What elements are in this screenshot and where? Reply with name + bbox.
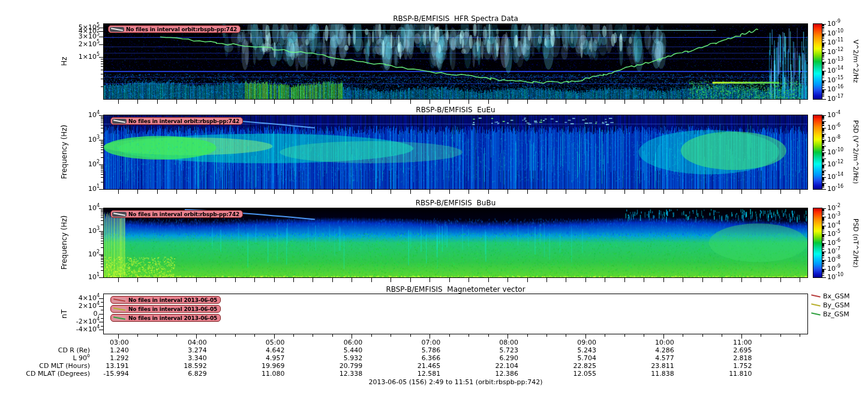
panel2-nofiles-badge: No files in interval orbit:rbspb-pp:742 <box>110 117 243 125</box>
colorbar-tick-label: 10-5 <box>827 230 840 238</box>
panel2-colorbar-gradient <box>813 115 822 189</box>
panel3-title: RBSP-B/EMFISIS BuBu <box>103 199 808 207</box>
colorbar-tick-label: 10-14 <box>827 67 843 74</box>
panel1-title: RBSP-B/EMFISIS HFR Spectra Data <box>103 14 808 23</box>
y-tick-label: 101 <box>0 273 100 281</box>
ephemeris-value: 5.723 <box>480 346 518 354</box>
colorbar-tick-label: 10-10 <box>827 29 843 37</box>
ephemeris-value: 11.838 <box>636 370 674 378</box>
ephemeris-value: 4.957 <box>247 354 285 362</box>
bubu-spectrogram[interactable] <box>104 208 807 277</box>
badge-text: No files in interval 2013-06-05 <box>128 306 217 312</box>
y-tick-label: 103 <box>0 227 100 235</box>
ephemeris-value: 4.286 <box>636 346 674 354</box>
panel1-nofiles-badge: No files in interval orbit:rbspb-pp:742 <box>108 25 241 33</box>
y-tick-label: 3×105 <box>0 32 100 40</box>
panel2-title: RBSP-B/EMFISIS EuEu <box>103 106 808 114</box>
eueu-spectrogram[interactable] <box>104 115 807 189</box>
legend-label: Bx_GSM <box>823 292 850 300</box>
by-line-swatch <box>811 304 821 307</box>
spectrogram-glyph-icon <box>112 119 127 124</box>
hfr-spectrogram[interactable] <box>104 24 807 99</box>
x-tick-label: 10:00 <box>636 339 674 346</box>
y-tick-label: 102 <box>0 250 100 258</box>
x-tick-label: 06:00 <box>324 339 362 346</box>
ephemeris-value: 2.818 <box>714 354 752 362</box>
colorbar-tick-label: 10-7 <box>827 247 840 255</box>
x-tick-label: 03:00 <box>91 339 129 346</box>
legend-item-bz: Bz_GSM <box>811 310 849 318</box>
panel3-ylabel: Frequency (Hz) <box>60 216 68 270</box>
spectrogram-glyph-icon <box>110 27 124 32</box>
ephemeris-value: 5.704 <box>558 354 596 362</box>
panel3-plot-area[interactable]: No files in interval orbit:rbspb-pp:742 <box>103 208 808 278</box>
panel3-colorbar-unit: PSD (nT^2/Hz) <box>852 208 860 278</box>
y-tick-label: -4×104 <box>0 325 100 333</box>
y-tick-label: 104 <box>0 204 100 212</box>
panel1-colorbar-gradient <box>813 24 822 99</box>
y-tick-label: 2×104 <box>0 302 100 310</box>
ephemeris-value: 21.465 <box>402 362 440 370</box>
colorbar-tick-label: 10-10 <box>827 148 843 156</box>
ephemeris-value: 1.752 <box>714 362 752 370</box>
y-tick-label: 4×104 <box>0 294 100 302</box>
panel4-nofiles-badge-bz: No files in interval 2013-06-05 <box>110 314 221 322</box>
ephemeris-value: 5.243 <box>558 346 596 354</box>
ephemeris-value: 2.695 <box>714 346 752 354</box>
colorbar-tick-label: 10-16 <box>827 185 843 193</box>
panel2-plot-area[interactable]: No files in interval orbit:rbspb-pp:742 <box>103 115 808 190</box>
panel4-plot-area[interactable]: No files in interval 2013-06-05 No files… <box>103 294 808 334</box>
colorbar-tick-label: 10-8 <box>827 256 840 264</box>
ephemeris-value: 11.080 <box>247 370 285 378</box>
spectrogram-glyph-icon <box>112 212 127 217</box>
bx-line-glyph-icon <box>112 298 127 303</box>
colorbar-tick-label: 10-14 <box>827 173 843 181</box>
time-range-caption: 2013-06-05 (156) 2:49 to 11:51 (orbit:rb… <box>103 378 808 386</box>
ephemeris-value: 1.240 <box>91 346 129 354</box>
colorbar-tick-label: 10-6 <box>827 239 840 247</box>
ephemeris-value: 3.274 <box>169 346 207 354</box>
ephemeris-value: 11.810 <box>714 370 752 378</box>
ephemeris-value: -15.994 <box>91 370 129 378</box>
panel1-plot-area[interactable]: No files in interval orbit:rbspb-pp:742 <box>103 23 808 100</box>
colorbar-tick-label: 10-12 <box>827 160 843 168</box>
x-tick-label: 08:00 <box>480 339 518 346</box>
y-tick-label: 102 <box>0 160 100 168</box>
ephemeris-value: 1.292 <box>91 354 129 362</box>
ephemeris-value: 5.932 <box>324 354 362 362</box>
panel1-colorbar-unit: V^2/m^2/Hz <box>852 23 860 100</box>
colorbar-tick-label: 10-15 <box>827 76 843 84</box>
colorbar-tick-label: 10-13 <box>827 58 843 65</box>
panel2-colorbar-unit: PSD (V^2/m^2/Hz) <box>852 115 860 190</box>
badge-text: No files in interval orbit:rbspb-pp:742 <box>128 118 239 124</box>
colorbar-tick-label: 10-9 <box>827 20 840 28</box>
ephemeris-value: 23.811 <box>636 362 674 370</box>
ephemeris-value: 20.799 <box>324 362 362 370</box>
bz-line-swatch <box>811 313 821 316</box>
bz-line-glyph-icon <box>112 316 127 321</box>
badge-text: No files in interval orbit:rbspb-pp:742 <box>126 26 237 32</box>
y-tick-label: 0. <box>0 310 100 318</box>
colorbar-tick-label: 10-10 <box>827 273 843 281</box>
panel3-colorbar <box>813 208 822 278</box>
badge-text: No files in interval 2013-06-05 <box>128 297 217 303</box>
legend-label: By_GSM <box>823 301 850 309</box>
colorbar-tick-label: 10-3 <box>827 213 840 220</box>
colorbar-tick-label: 10-17 <box>827 95 843 103</box>
colorbar-tick-label: 10-4 <box>827 111 840 119</box>
ephemeris-value: 12.338 <box>324 370 362 378</box>
ephemeris-row-label-mlat: CD MLAT (Degrees) <box>0 370 90 378</box>
ephemeris-value: 6.290 <box>480 354 518 362</box>
ephemeris-value: 18.592 <box>169 362 207 370</box>
colorbar-tick-label: 10-9 <box>827 265 840 273</box>
colorbar-tick-label: 10-4 <box>827 222 840 229</box>
x-tick-label: 05:00 <box>247 339 285 346</box>
ephemeris-value: 12.055 <box>558 370 596 378</box>
ephemeris-row-label-mlt: CD MLT (Hours) <box>0 362 90 370</box>
colorbar-tick-label: 10-16 <box>827 85 843 93</box>
bx-line-swatch <box>811 295 821 298</box>
legend-item-by: By_GSM <box>811 301 850 309</box>
y-tick-label: 103 <box>0 136 100 143</box>
ephemeris-value: 12.581 <box>402 370 440 378</box>
ephemeris-value: 12.386 <box>480 370 518 378</box>
